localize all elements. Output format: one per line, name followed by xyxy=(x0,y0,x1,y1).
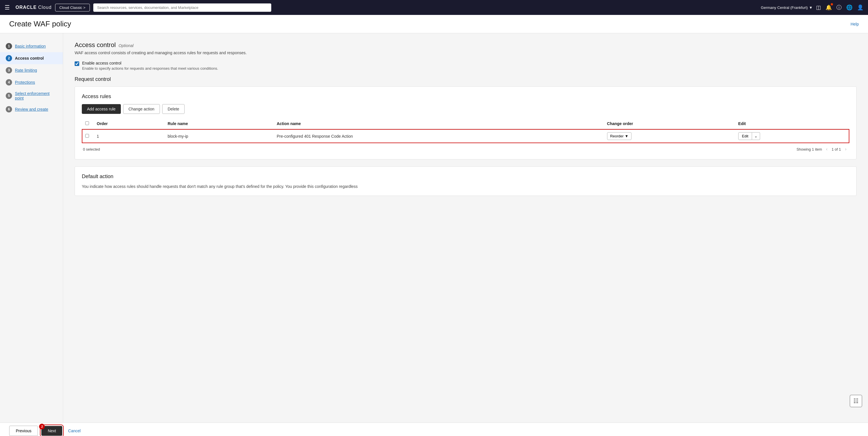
profile-icon[interactable]: 👤 xyxy=(857,4,863,11)
access-rules-table-wrap: Order Rule name Action name Change order… xyxy=(82,119,849,152)
col-order: Order xyxy=(93,119,164,129)
edit-btn-group: Edit ⌄ xyxy=(738,132,846,140)
page-header: Create WAF policy Help xyxy=(0,15,868,33)
top-navigation: ☰ ORACLE Cloud Cloud Classic > Germany C… xyxy=(0,0,868,15)
enable-access-control-label[interactable]: Enable access control xyxy=(82,61,218,65)
sidebar-item-basic-information[interactable]: 1 Basic information xyxy=(0,40,63,52)
sidebar-item-review-create[interactable]: 6 Review and create xyxy=(0,103,63,115)
notification-badge xyxy=(831,3,833,5)
enable-access-control-row: Enable access control Enable to specify … xyxy=(74,61,857,71)
row-rule-name-1: block-my-ip xyxy=(164,129,273,143)
sidebar-label-3: Rate limiting xyxy=(15,68,37,73)
sidebar-item-enforcement-point[interactable]: 5 Select enforcement point xyxy=(0,88,63,103)
request-control-heading: Request control xyxy=(74,76,857,82)
sidebar-item-protections[interactable]: 4 Protections xyxy=(0,76,63,88)
section-description: WAF access control consists of creating … xyxy=(74,51,857,55)
edit-button[interactable]: Edit xyxy=(738,132,752,140)
bottom-bar: Previous Next 2 Cancel xyxy=(0,423,868,436)
section-optional-badge: Optional xyxy=(119,43,133,48)
main-layout: 1 Basic information 2 Access control 3 R… xyxy=(0,33,868,423)
pagination-prev-button[interactable]: ‹ xyxy=(825,146,829,152)
main-content: Access control Optional WAF access contr… xyxy=(63,33,868,423)
row-action-name-1: Pre-configured 401 Response Code Action xyxy=(273,129,603,143)
help-icon[interactable]: ⓘ xyxy=(836,4,842,11)
step-badge-5: 5 xyxy=(6,93,12,99)
help-widget-icon: ☷ xyxy=(854,398,859,404)
selected-count: 0 selected xyxy=(83,147,100,152)
section-title-text: Access control xyxy=(74,41,116,49)
default-action-card: Default action You indicate how access r… xyxy=(74,166,857,196)
help-link[interactable]: Help xyxy=(850,22,859,26)
table-header-row: Order Rule name Action name Change order… xyxy=(82,119,849,129)
hamburger-menu[interactable]: ☰ xyxy=(5,4,10,11)
row-edit-1: Edit ⌄ xyxy=(735,129,849,143)
sidebar-label-4: Protections xyxy=(15,80,35,85)
sidebar-label-6: Review and create xyxy=(15,107,48,111)
sidebar-item-rate-limiting[interactable]: 3 Rate limiting xyxy=(0,64,63,76)
default-action-desc: You indicate how access rules should han… xyxy=(82,184,849,189)
help-widget[interactable]: ☷ xyxy=(849,395,862,407)
nav-icons: ◫ 🔔 ⓘ 🌐 👤 xyxy=(816,4,863,11)
cloud-classic-button[interactable]: Cloud Classic > xyxy=(55,4,90,11)
col-edit: Edit xyxy=(735,119,849,129)
col-change-order: Change order xyxy=(603,119,735,129)
select-all-checkbox[interactable] xyxy=(85,121,89,125)
page-title: Create WAF policy xyxy=(9,20,71,28)
enable-access-control-checkbox[interactable] xyxy=(74,61,79,66)
access-rules-card: Access rules Add access rule Change acti… xyxy=(74,86,857,160)
access-rules-table: Order Rule name Action name Change order… xyxy=(82,119,849,143)
step-badge-2: 2 xyxy=(6,55,12,61)
edit-chevron-button[interactable]: ⌄ xyxy=(752,132,760,140)
sidebar-item-access-control[interactable]: 2 Access control xyxy=(0,52,63,64)
showing-items: Showing 1 item xyxy=(797,147,822,152)
access-rules-toolbar: Add access rule Change action Delete xyxy=(82,104,849,114)
cancel-button[interactable]: Cancel xyxy=(66,426,83,436)
col-rule-name: Rule name xyxy=(164,119,273,129)
row-change-order-1: Reorder ▼ xyxy=(603,129,735,143)
pagination-next-button[interactable]: › xyxy=(843,146,848,152)
section-heading: Access control Optional xyxy=(74,41,857,49)
enable-access-control-sublabel: Enable to specify actions for requests a… xyxy=(82,66,218,71)
access-rules-card-title: Access rules xyxy=(82,94,849,100)
oracle-logo: ORACLE Cloud xyxy=(16,5,52,10)
globe-icon[interactable]: 🌐 xyxy=(846,4,852,11)
sidebar: 1 Basic information 2 Access control 3 R… xyxy=(0,33,63,423)
row-order-1: 1 xyxy=(93,129,164,143)
change-action-button[interactable]: Change action xyxy=(123,104,160,114)
row-checkbox-1[interactable] xyxy=(85,134,89,138)
sidebar-label-5: Select enforcement point xyxy=(15,91,57,100)
table-row: 1 block-my-ip Pre-configured 401 Respons… xyxy=(82,129,849,143)
global-search-input[interactable] xyxy=(93,3,271,12)
step-badge-1: 1 xyxy=(6,43,12,49)
step-badge-4: 4 xyxy=(6,79,12,86)
pagination-label: 1 of 1 xyxy=(832,147,841,152)
previous-button[interactable]: Previous xyxy=(9,426,38,436)
pagination: Showing 1 item ‹ 1 of 1 › xyxy=(797,146,848,152)
sidebar-label-1: Basic information xyxy=(15,44,45,48)
region-selector[interactable]: Germany Central (Frankfurt) ▼ xyxy=(761,5,813,10)
table-footer: 0 selected Showing 1 item ‹ 1 of 1 › xyxy=(82,143,849,152)
notifications-icon[interactable]: 🔔 xyxy=(826,4,832,11)
default-action-title: Default action xyxy=(82,173,849,179)
step-badge-3: 3 xyxy=(6,67,12,73)
add-access-rule-button[interactable]: Add access rule xyxy=(82,104,121,114)
delete-button[interactable]: Delete xyxy=(162,104,185,114)
step-badge-6: 6 xyxy=(6,106,12,112)
console-icon[interactable]: ◫ xyxy=(816,4,821,11)
reorder-button[interactable]: Reorder ▼ xyxy=(607,132,632,140)
sidebar-label-2: Access control xyxy=(15,56,43,61)
col-action-name: Action name xyxy=(273,119,603,129)
